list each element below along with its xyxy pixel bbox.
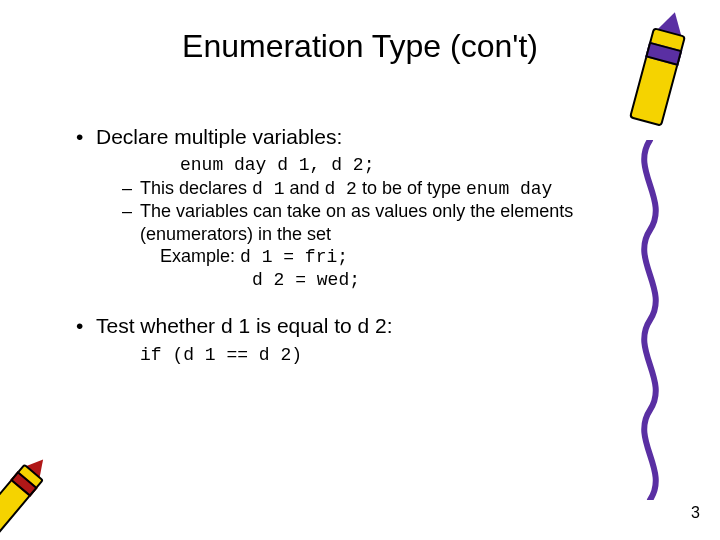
code-inline: d 1 = fri; [240, 247, 348, 267]
bullet-item: •Declare multiple variables: [80, 124, 640, 150]
code-inline: enum day [466, 179, 552, 199]
text: The variables can take on as values only… [140, 201, 573, 244]
example-label: Example: [160, 246, 240, 266]
bullet-icon: • [76, 313, 96, 339]
dash-icon: – [122, 177, 140, 200]
code-line: if (d 1 == d 2) [140, 344, 640, 367]
slide-body: •Declare multiple variables: enum day d … [80, 110, 640, 366]
sub-bullet-item: –The variables can take on as values onl… [140, 200, 640, 245]
text: and [284, 178, 324, 198]
code-line: d 2 = wed; [252, 269, 640, 292]
bullet-text: Test whether d 1 is equal to d 2: [96, 314, 393, 337]
example-line: Example: d 1 = fri; [160, 245, 640, 269]
bullet-text: Declare multiple variables: [96, 125, 342, 148]
slide-title: Enumeration Type (con't) [0, 28, 720, 65]
code-line: enum day d 1, d 2; [180, 154, 640, 177]
code-inline: d 1 [252, 179, 284, 199]
page-number: 3 [691, 504, 700, 522]
bullet-icon: • [76, 124, 96, 150]
crayon-icon [0, 442, 98, 540]
dash-icon: – [122, 200, 140, 223]
bullet-item: •Test whether d 1 is equal to d 2: [80, 313, 640, 339]
code-inline: d 2 [325, 179, 357, 199]
sub-bullet-item: –This declares d 1 and d 2 to be of type… [140, 177, 640, 201]
text: to be of type [357, 178, 466, 198]
slide: Enumeration Type (con't) •Declare multip… [0, 0, 720, 540]
text: This declares [140, 178, 252, 198]
